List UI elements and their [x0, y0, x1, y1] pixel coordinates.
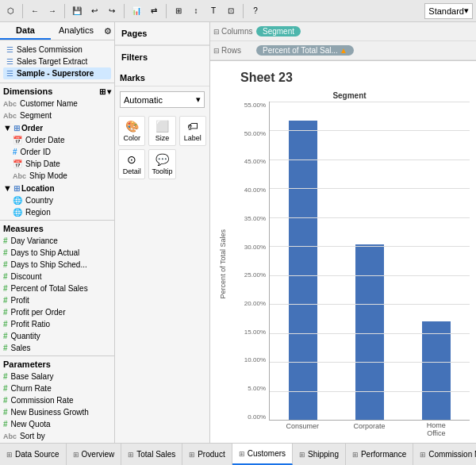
- dim-ship-date[interactable]: 📅 Ship Date: [0, 158, 114, 170]
- grid-line: [270, 102, 470, 102]
- view-icon[interactable]: 📊: [129, 4, 144, 18]
- hash-icon: #: [13, 148, 17, 156]
- datasource-sales-target[interactable]: ☰ Sales Target Extract: [3, 56, 111, 67]
- undo-icon[interactable]: ↩: [87, 4, 102, 18]
- param-churn-rate[interactable]: # Churn Rate: [0, 382, 114, 394]
- measure-profit[interactable]: # Profit: [0, 294, 114, 306]
- param-base-salary[interactable]: # Base Salary: [0, 371, 114, 382]
- tab-commission-model[interactable]: ⊞ Commission Model: [413, 444, 476, 465]
- measure-profit-per-order[interactable]: # Profit per Order: [0, 306, 114, 318]
- tab-icon: ⊞: [6, 451, 13, 459]
- save-icon[interactable]: 💾: [70, 4, 84, 18]
- bar-group-corporate: [336, 102, 403, 420]
- tab-overview[interactable]: ⊞ Overview: [67, 444, 122, 465]
- measure-percent-total-sales[interactable]: # Percent of Total Sales: [0, 282, 114, 294]
- standard-dropdown[interactable]: Standard ▾: [424, 3, 473, 19]
- size-button[interactable]: ⬜ Size: [148, 116, 175, 146]
- param-new-business[interactable]: # New Business Growth: [0, 406, 114, 418]
- grid-line: [270, 217, 470, 218]
- separator: [22, 4, 23, 18]
- tab-customers[interactable]: ⊞ Customers: [232, 444, 293, 465]
- tab-icon: ⊞: [239, 450, 245, 458]
- segment-pill[interactable]: Segment: [256, 26, 301, 37]
- measure-quantity[interactable]: # Quantity: [0, 330, 114, 342]
- measure-discount[interactable]: # Discount: [0, 271, 114, 282]
- detail-button[interactable]: ⊙ Detail: [118, 149, 145, 179]
- back-button[interactable]: ←: [28, 4, 42, 18]
- dimensions-search-icon[interactable]: ▾: [107, 87, 111, 96]
- tab-bar: ⊞ Data Source ⊞ Overview ⊞ Total Sales ⊞…: [0, 443, 476, 465]
- dimensions-grid-icon[interactable]: ⊞: [99, 87, 106, 96]
- dim-segment[interactable]: Abc Segment: [0, 110, 114, 121]
- dim-order-id[interactable]: # Order ID: [0, 146, 114, 158]
- param-commission-rate[interactable]: # Commission Rate: [0, 394, 114, 406]
- tab-shipping[interactable]: ⊞ Shipping: [293, 444, 346, 465]
- y-ticks: 55.00% 50.00% 45.00% 40.00% 35.00% 30.00…: [229, 102, 269, 436]
- chart-panel: ⊟ Columns Segment ⊟ Rows Percent of Tota…: [210, 22, 476, 443]
- datasource-superstore[interactable]: ☰ Sample - Superstore: [3, 67, 111, 79]
- filter-icon[interactable]: ⊞: [171, 4, 186, 18]
- tooltip-icon[interactable]: ?: [248, 4, 263, 18]
- toolbar: ⬡ ← → 💾 ↩ ↪ 📊 ⇄ ⊞ ↕ T ⊡ ? Standard ▾: [0, 0, 476, 22]
- separator: [64, 4, 65, 18]
- panel-tabs: Data Analytics ⚙: [0, 22, 114, 40]
- tooltip-button[interactable]: 💬 Tooltip: [148, 149, 175, 179]
- filters-section: Filters: [115, 45, 209, 68]
- labels-icon[interactable]: T: [206, 4, 221, 18]
- dim-order-folder[interactable]: ▼ ⊞ Order: [0, 121, 114, 134]
- measure-days-ship-actual[interactable]: # Days to Ship Actual: [0, 247, 114, 259]
- chart-title: Sheet 23: [217, 67, 470, 91]
- green-hash-icon: #: [3, 308, 8, 317]
- green-hash-icon: #: [3, 332, 8, 340]
- swap-icon[interactable]: ⇄: [147, 4, 161, 18]
- dim-order-date[interactable]: 📅 Order Date: [0, 134, 114, 146]
- forward-button[interactable]: →: [45, 4, 60, 18]
- param-new-quota[interactable]: # New Quota: [0, 418, 114, 430]
- dim-country[interactable]: 🌐 Country: [0, 194, 114, 206]
- green-hash-icon: #: [3, 372, 8, 381]
- tab-data-source[interactable]: ⊞ Data Source: [0, 444, 67, 465]
- bar-home-office[interactable]: [422, 321, 451, 420]
- color-button[interactable]: 🎨 Color: [118, 116, 145, 146]
- redo-icon[interactable]: ↪: [105, 4, 119, 18]
- tab-total-sales[interactable]: ⊞ Total Sales: [121, 444, 182, 465]
- marks-buttons: 🎨 Color ⬜ Size 🏷 Label ⊙ Detail 💬 Toolti…: [115, 113, 209, 183]
- tab-performance[interactable]: ⊞ Performance: [346, 444, 413, 465]
- green-hash-icon: #: [3, 296, 8, 305]
- marks-section-title: Marks: [115, 68, 209, 86]
- size-icon: ⬜: [155, 120, 169, 133]
- datasource-sales-commission[interactable]: ☰ Sales Commission: [3, 44, 111, 56]
- data-tab[interactable]: Data: [0, 22, 51, 40]
- marks-type-dropdown[interactable]: Automatic ▾: [120, 91, 205, 108]
- measure-day-variance[interactable]: # Day Variance: [0, 235, 114, 247]
- param-sort-by[interactable]: Abc Sort by: [0, 430, 114, 442]
- marks-panel: Pages Filters Marks Automatic ▾ 🎨 Color …: [115, 22, 210, 443]
- extract-icon: ☰: [6, 57, 13, 66]
- panel-settings-icon[interactable]: ⚙: [102, 22, 114, 40]
- abc-icon: Abc: [3, 112, 17, 120]
- tab-product[interactable]: ⊞ Product: [182, 444, 232, 465]
- bar-consumer[interactable]: [289, 121, 317, 420]
- chart-area: Sheet 23 Percent of Total Sales Segment …: [210, 61, 476, 443]
- label-button[interactable]: 🏷 Label: [179, 116, 206, 146]
- marks-type-label: Automatic: [124, 95, 163, 105]
- tab-icon: ⊞: [73, 451, 79, 459]
- percent-total-sales-pill[interactable]: Percent of Total Sal... ▲: [256, 45, 354, 56]
- bars-wrapper: Consumer Corporate HomeOffice: [269, 102, 470, 436]
- globe-icon: 🌐: [13, 196, 22, 205]
- abc-icon: Abc: [13, 172, 26, 180]
- dim-region[interactable]: 🌐 Region: [0, 206, 114, 218]
- measure-sales[interactable]: # Sales: [0, 342, 114, 354]
- measure-profit-ratio[interactable]: # Profit Ratio: [0, 318, 114, 330]
- sort-icon[interactable]: ↕: [189, 4, 203, 18]
- grid-line: [270, 391, 470, 392]
- dim-customer-name[interactable]: Abc Customer Name: [0, 98, 114, 110]
- x-label-corporate: Corporate: [336, 421, 402, 436]
- analytics-tab[interactable]: Analytics: [51, 22, 102, 40]
- fit-icon[interactable]: ⊡: [224, 4, 238, 18]
- measure-days-ship-sched[interactable]: # Days to Ship Sched...: [0, 259, 114, 271]
- dim-ship-mode[interactable]: Abc Ship Mode: [0, 170, 114, 182]
- separator: [243, 4, 244, 18]
- dim-location-folder[interactable]: ▼ ⊞ Location: [0, 182, 114, 194]
- tab-icon: ⊞: [299, 451, 305, 459]
